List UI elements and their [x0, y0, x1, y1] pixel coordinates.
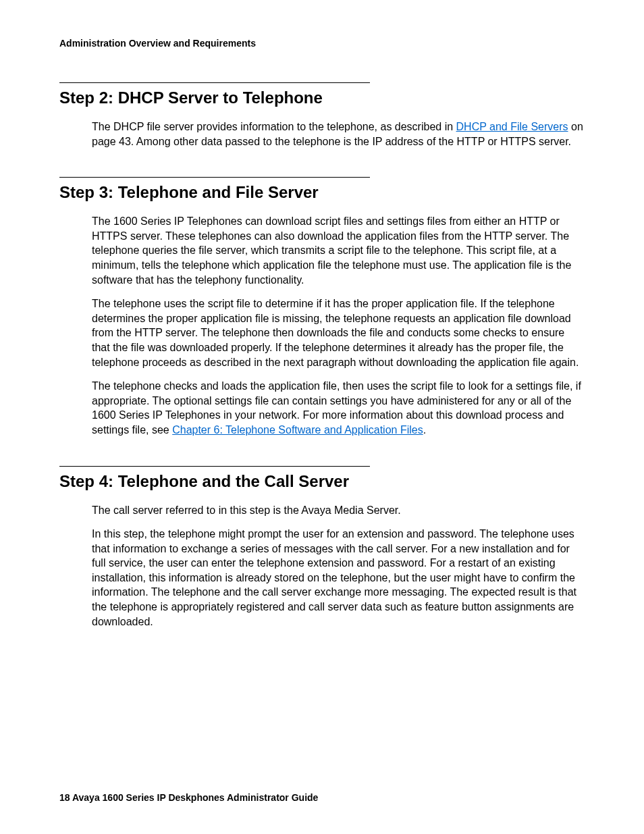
- section-rule: [59, 82, 370, 83]
- paragraph: The 1600 Series IP Telephones can downlo…: [59, 214, 585, 287]
- section-rule: [59, 177, 370, 178]
- paragraph: The telephone uses the script file to de…: [59, 296, 585, 369]
- paragraph: The telephone checks and loads the appli…: [59, 379, 585, 437]
- section-rule: [59, 466, 370, 467]
- paragraph: The call server referred to in this step…: [59, 503, 585, 518]
- section-heading: Step 4: Telephone and the Call Server: [59, 472, 585, 491]
- page-footer: 18 Avaya 1600 Series IP Deskphones Admin…: [59, 792, 318, 803]
- paragraph: In this step, the telephone might prompt…: [59, 527, 585, 629]
- cross-reference-link[interactable]: Chapter 6: Telephone Software and Applic…: [172, 424, 423, 436]
- section: Step 3: Telephone and File ServerThe 160…: [59, 177, 585, 437]
- page-header: Administration Overview and Requirements: [59, 38, 585, 49]
- section-heading: Step 2: DHCP Server to Telephone: [59, 88, 585, 107]
- section-heading: Step 3: Telephone and File Server: [59, 183, 585, 202]
- paragraph: The DHCP file server provides informatio…: [59, 120, 585, 149]
- cross-reference-link[interactable]: DHCP and File Servers: [456, 121, 568, 132]
- section: Step 2: DHCP Server to TelephoneThe DHCP…: [59, 82, 585, 149]
- section: Step 4: Telephone and the Call ServerThe…: [59, 466, 585, 629]
- page: Administration Overview and Requirements…: [0, 0, 644, 629]
